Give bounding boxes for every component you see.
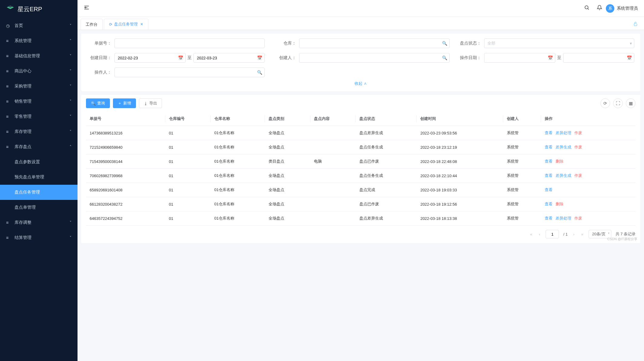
action-link[interactable]: 查看 [545, 187, 553, 192]
operations-cell: 查看删除 [541, 154, 636, 169]
header: 系 系统管理员 [78, 0, 644, 17]
column-header: 创建时间 [417, 112, 503, 126]
sidebar-item-4[interactable]: ≡采购管理˅ [0, 79, 78, 94]
sidebar-item-3[interactable]: ≡商品中心˅ [0, 64, 78, 79]
page-prev-icon[interactable]: ‹ [538, 232, 541, 237]
search-icon[interactable] [584, 5, 590, 12]
date-from-input[interactable] [114, 53, 186, 63]
sidebar-subitem-2[interactable]: 盘点任务管理 [0, 185, 78, 200]
add-button[interactable]: ＋新增 [113, 98, 136, 108]
table-cell [310, 211, 356, 226]
avatar[interactable]: 系 [606, 4, 614, 13]
action-link[interactable]: 删除 [556, 202, 563, 206]
chevron-icon: ˄ [70, 145, 71, 149]
sidebar-subitem-0[interactable]: 盘点参数设置 [0, 154, 78, 170]
download-icon: ⭳ [144, 101, 148, 106]
table-cell: 电脑 [310, 154, 356, 169]
table-row: 7154395000381440101仓库名称类目盘点电脑盘点已作废2022-0… [86, 154, 636, 169]
reload-icon[interactable]: ⟳ [109, 22, 112, 27]
sidebar-item-5[interactable]: ≡销售管理˅ [0, 94, 78, 109]
action-link[interactable]: 差异生成 [556, 173, 571, 178]
column-header: 盘点类别 [265, 112, 310, 126]
page-next-icon[interactable]: › [572, 232, 576, 237]
sidebar-item-8[interactable]: ≡库存盘点˄ [0, 139, 78, 154]
action-link[interactable]: 删除 [556, 159, 563, 164]
op-date-from-input[interactable] [484, 53, 555, 63]
operator-input[interactable] [114, 68, 265, 77]
table-cell: 658920691601408 [86, 183, 165, 197]
table-cell: 盘点已作废 [356, 197, 417, 211]
sidebar-item-10[interactable]: ≡结算管理˅ [0, 230, 78, 245]
sidebar-item-7[interactable]: ≡库存管理˅ [0, 124, 78, 139]
action-link[interactable]: 作废 [574, 173, 582, 178]
columns-icon[interactable]: ▦ [626, 98, 636, 108]
op-date-to-input[interactable] [563, 53, 634, 63]
action-link[interactable]: 作废 [574, 216, 582, 220]
action-link[interactable]: 查看 [545, 173, 553, 178]
export-button[interactable]: ⭳导出 [139, 98, 162, 108]
table-cell: 2022-03-18 19:12:56 [417, 197, 503, 211]
table-row: 6463572243947520101仓库名称全场盘点盘点差异生成2022-03… [86, 211, 636, 226]
table-row: 6589206916014080101仓库名称全场盘点盘点完成2022-03-1… [86, 183, 636, 197]
chevron-icon: ˅ [70, 236, 71, 240]
table-cell: 715439500038144 [86, 154, 165, 169]
lock-icon[interactable] [633, 22, 638, 27]
action-link[interactable]: 差异处理 [556, 131, 571, 135]
search-button[interactable]: 🔍查询 [86, 98, 110, 108]
action-link[interactable]: 作废 [574, 131, 582, 135]
table-cell: 01 [165, 197, 211, 211]
sidebar-item-6[interactable]: ≡零售管理˅ [0, 109, 78, 124]
action-link[interactable]: 查看 [545, 145, 553, 149]
menu-icon: ≡ [6, 99, 11, 104]
table-cell: 全场盘点 [265, 211, 310, 226]
sidebar-subitem-1[interactable]: 预先盘点单管理 [0, 170, 78, 185]
chevron-icon: ˅ [70, 84, 71, 88]
sidebar-item-label: 库存调整 [15, 220, 31, 225]
page-last-icon[interactable]: » [580, 232, 584, 237]
action-link[interactable]: 查看 [545, 159, 553, 164]
sidebar-item-label: 基础信息管理 [15, 53, 40, 59]
sidebar-item-9[interactable]: ≡库存调整˅ [0, 215, 78, 230]
data-table: 单据号仓库编号仓库名称盘点类别盘点内容盘点状态创建时间创建人操作 1473683… [86, 112, 636, 226]
user-name[interactable]: 系统管理员 [617, 6, 638, 11]
bell-icon[interactable] [597, 5, 602, 12]
tab-0[interactable]: 工作台 [81, 19, 103, 30]
sidebar-toggle-icon[interactable] [84, 5, 90, 12]
sidebar-item-1[interactable]: ≡系统管理˅ [0, 33, 78, 48]
doc-no-input[interactable] [114, 38, 265, 48]
sidebar-item-label: 结算管理 [15, 235, 31, 240]
collapse-toggle[interactable]: 收起 ∧ [87, 81, 634, 86]
sidebar-item-label: 商品中心 [15, 68, 31, 74]
refresh-icon[interactable]: ⟳ [600, 98, 610, 108]
action-link[interactable]: 查看 [545, 216, 553, 220]
creator-input[interactable] [299, 53, 449, 63]
table-cell: 盘点任务生成 [356, 169, 417, 183]
sidebar-item-2[interactable]: ≡基础信息管理˅ [0, 48, 78, 64]
sidebar-item-label: 库存盘点 [15, 144, 31, 150]
close-icon[interactable]: ✕ [140, 22, 143, 26]
fullscreen-icon[interactable]: ⛶ [613, 98, 623, 108]
sidebar-subitem-3[interactable]: 盘点单管理 [0, 200, 78, 215]
menu-icon: ◷ [6, 23, 11, 28]
warehouse-input[interactable] [299, 38, 449, 48]
tab-1[interactable]: ⟳盘点任务管理✕ [104, 19, 148, 30]
table-cell: 01仓库名称 [211, 126, 265, 140]
table-cell: 721524906659840 [86, 140, 165, 154]
table-cell [310, 197, 356, 211]
table-cell: 2022-03-18 18:13:38 [417, 211, 503, 226]
table-cell: 646357224394752 [86, 211, 165, 226]
chevron-up-icon: ∧ [364, 81, 367, 86]
action-link[interactable]: 作废 [574, 145, 582, 149]
page-first-icon[interactable]: « [529, 232, 533, 237]
action-link[interactable]: 查看 [545, 202, 553, 206]
logo-icon [6, 5, 15, 13]
action-link[interactable]: 差异处理 [556, 216, 571, 220]
sidebar-item-0[interactable]: ◷首页˅ [0, 18, 78, 33]
page-input[interactable] [546, 230, 559, 238]
status-select[interactable]: 全部 [484, 38, 634, 48]
table-cell: 全场盘点 [265, 169, 310, 183]
date-to-input[interactable] [193, 53, 265, 63]
action-link[interactable]: 查看 [545, 131, 553, 135]
operations-cell: 查看删除 [541, 197, 636, 211]
action-link[interactable]: 差异生成 [556, 145, 571, 149]
